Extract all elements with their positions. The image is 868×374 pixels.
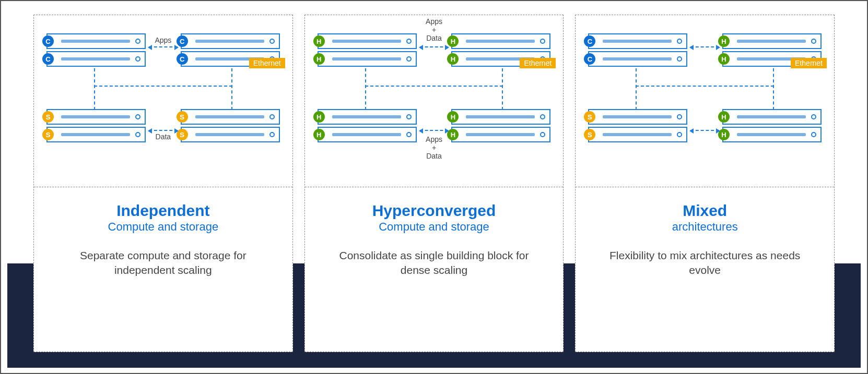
panel-description: Flexibility to mix architectures as need… — [601, 248, 810, 278]
server-node: S — [46, 109, 146, 125]
server-node: C — [46, 51, 146, 67]
node-badge-hci: H — [447, 111, 459, 123]
diagram-independent: C C C C S S S S — [34, 15, 292, 187]
link-vertical — [502, 68, 503, 110]
node-badge-compute: C — [177, 53, 188, 65]
panel-description: Consolidate as single building block for… — [330, 248, 538, 278]
server-node: H — [318, 51, 417, 67]
panel-title: Hyperconverged — [321, 202, 548, 219]
link-horizontal — [365, 86, 503, 87]
panel-caption: Hyperconverged Compute and storage Conso… — [305, 187, 564, 352]
link-arrow — [149, 46, 178, 47]
link-vertical — [773, 68, 774, 110]
panel-title: Mixed — [591, 202, 818, 219]
server-node: S — [588, 109, 687, 125]
diagram-hyperconverged: H H H H H H H H — [305, 15, 564, 187]
link-label: Apps — [39, 36, 287, 44]
link-label: Apps + Data — [310, 135, 558, 160]
link-arrow — [420, 130, 449, 131]
server-node: S — [588, 127, 687, 142]
server-node: H — [722, 33, 822, 49]
panel-title: Independent — [50, 202, 277, 219]
server-stack: H H — [722, 109, 822, 142]
panel-subtitle: Compute and storage — [50, 220, 277, 234]
node-badge-compute: C — [42, 53, 54, 65]
link-vertical — [231, 68, 232, 110]
ethernet-label: Ethernet — [249, 58, 285, 68]
panel-mixed: C C H H S S H H — [575, 15, 835, 352]
server-node: C — [588, 33, 687, 49]
panel-description: Separate compute and storage for indepen… — [58, 248, 267, 278]
link-label: Data — [39, 132, 287, 141]
node-badge-storage: S — [584, 111, 595, 123]
server-stack: S S — [588, 109, 687, 142]
link-horizontal — [94, 86, 232, 87]
link-vertical — [636, 68, 637, 110]
link-label: Apps + Data — [310, 17, 558, 42]
link-arrow — [420, 46, 449, 47]
server-node: S — [181, 109, 280, 125]
panel-subtitle: architectures — [591, 220, 818, 234]
link-arrow — [149, 130, 178, 131]
server-node: H — [451, 109, 550, 125]
node-badge-storage: S — [584, 129, 595, 140]
node-badge-storage: S — [42, 111, 54, 123]
ethernet-label: Ethernet — [791, 58, 827, 68]
link-horizontal — [636, 86, 774, 87]
server-stack: C C — [588, 33, 687, 67]
node-badge-hci: H — [718, 53, 730, 65]
panel-independent: C C C C S S S S — [33, 15, 293, 352]
node-badge-storage: S — [177, 111, 188, 123]
server-node: H — [318, 109, 417, 125]
link-vertical — [94, 68, 95, 110]
node-badge-compute: C — [584, 35, 595, 47]
cards-row: C C C C S S S S — [33, 15, 835, 352]
diagram-mixed: C C H H S S H H — [576, 15, 834, 187]
panel-hyperconverged: H H H H H H H H — [304, 15, 564, 352]
panel-caption: Mixed architectures Flexibility to mix a… — [576, 187, 834, 352]
node-badge-hci: H — [313, 111, 325, 123]
server-node: H — [722, 109, 822, 125]
link-arrow — [690, 46, 719, 47]
link-arrow — [690, 130, 719, 131]
server-node: H — [722, 127, 822, 142]
diagram-frame: C C C C S S S S — [0, 0, 868, 374]
node-badge-compute: C — [584, 53, 595, 65]
node-badge-hci: H — [718, 111, 730, 123]
ethernet-label: Ethernet — [520, 58, 556, 68]
link-vertical — [365, 68, 366, 110]
panel-subtitle: Compute and storage — [321, 220, 548, 234]
node-badge-hci: H — [313, 53, 325, 65]
panel-caption: Independent Compute and storage Separate… — [34, 187, 292, 352]
node-badge-hci: H — [447, 53, 459, 65]
server-node: C — [588, 51, 687, 67]
